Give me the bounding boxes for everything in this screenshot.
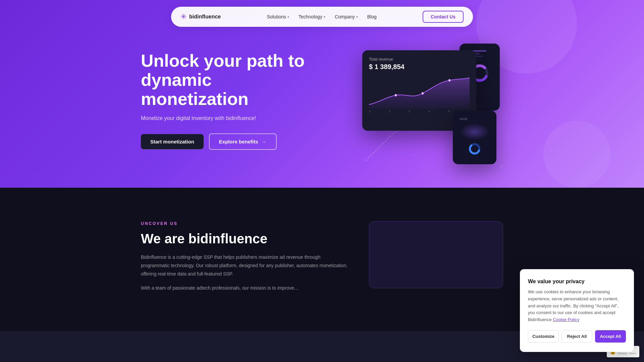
hero-dashboard-visual: Total revenue $ 1 389,854 [352,34,503,168]
hero-title: Unlock your path to dynamic monetization [141,51,315,109]
accept-all-button[interactable]: Accept All [595,330,626,331]
about-content: UNCOVER US We are bidinfluence Bidinflue… [141,221,349,298]
navbar: ✳ bidinfluence Solutions ▾ Technology ▾ … [171,7,473,27]
cookie-title: We value your privacy [528,279,626,285]
hero-buttons: Start monetization Explore benefits → [141,133,315,150]
map-label: World [460,117,490,121]
hero-subtitle: Monetize your digital inventory with bid… [141,115,315,121]
customize-button[interactable]: Customize [528,330,559,331]
hero-content: Unlock your path to dynamic monetization… [141,51,315,150]
nav-company[interactable]: Company ▾ [335,14,358,19]
brand-name: bidinfluence [189,14,221,20]
explore-benefits-button[interactable]: Explore benefits → [209,133,277,150]
arrow-right-icon: → [262,139,267,144]
reject-all-button[interactable]: Reject All [561,330,592,331]
contact-button[interactable]: Contact Us [423,11,464,23]
chart-area [369,75,470,108]
about-text-2: With a team of passionate adtech profess… [141,284,349,292]
about-title: We are bidinfluence [141,231,349,246]
revenue-label: Total revenue [369,57,470,62]
nav-technology[interactable]: Technology ▾ [299,14,325,19]
small-donut [460,142,490,156]
cookie-text: We use cookies to enhance your browsing … [528,289,626,323]
chevron-down-icon: ▾ [356,15,358,19]
chevron-down-icon: ▾ [324,15,325,19]
brand-logo[interactable]: ✳ bidinfluence [180,12,221,21]
svg-point-2 [422,92,424,95]
about-visual [369,221,503,288]
cookie-policy-link[interactable]: Cookie Policy [553,317,579,322]
world-map [460,123,490,140]
cookie-banner: We value your privacy We use cookies to … [520,269,634,331]
hero-section: Unlock your path to dynamic monetization… [0,0,644,188]
logo-icon: ✳ [180,12,186,21]
small-donut-svg [468,142,481,156]
svg-point-1 [395,94,397,97]
bg-blob-2 [543,121,610,188]
revenue-value: $ 1 389,854 [369,63,470,71]
dashboard-third-card: World [453,111,496,164]
about-tag: UNCOVER US [141,221,349,226]
about-text-1: Bidinfluence is a cutting-edge SSP that … [141,253,349,279]
nav-links: Solutions ▾ Technology ▾ Company ▾ Blog [267,14,376,19]
nav-blog[interactable]: Blog [367,14,377,19]
chevron-down-icon: ▾ [287,15,289,19]
cookie-buttons: Customize Reject All Accept All [528,330,626,331]
start-monetization-button[interactable]: Start monetization [141,134,204,149]
nav-solutions[interactable]: Solutions ▾ [267,14,289,19]
revenue-chart-svg [369,75,470,108]
svg-point-3 [448,79,450,81]
